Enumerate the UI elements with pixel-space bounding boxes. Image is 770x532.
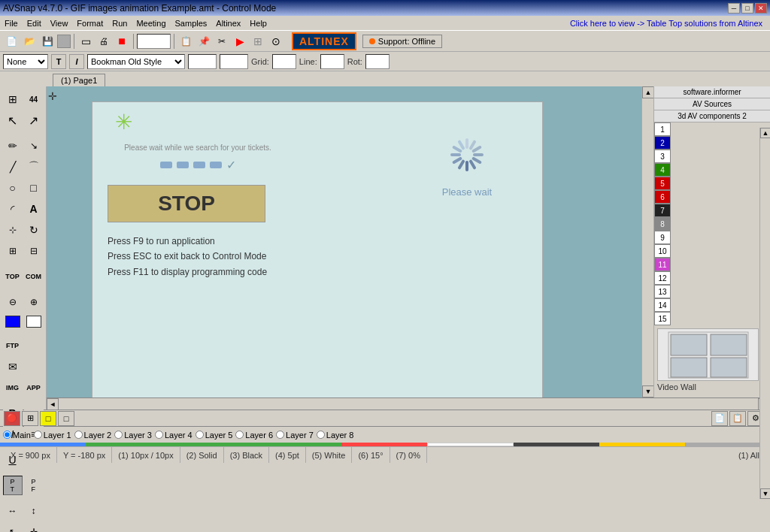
- group-button[interactable]: ⊞: [3, 241, 23, 261]
- layer-2[interactable]: Layer 2: [74, 431, 112, 440]
- scroll-down-button[interactable]: ▼: [642, 385, 653, 397]
- horizontal-scrollbar[interactable]: ◄ ►: [47, 397, 770, 410]
- rp-thumb-videowall-img[interactable]: [657, 328, 759, 381]
- page-canvas[interactable]: ✳ Please wait while we search for your t…: [92, 101, 543, 397]
- layer-4[interactable]: Layer 4: [155, 431, 192, 440]
- pt-button[interactable]: PT: [3, 476, 23, 495]
- layer-7-radio[interactable]: [276, 431, 284, 439]
- bi-icon-right-1[interactable]: 📄: [711, 411, 728, 426]
- open-button[interactable]: 📂: [21, 33, 38, 50]
- img-button[interactable]: IMG: [3, 378, 23, 397]
- hline-button[interactable]: ⊖: [3, 292, 23, 312]
- layer-3[interactable]: Layer 3: [114, 431, 152, 440]
- app-button[interactable]: APP: [24, 378, 44, 397]
- color-num-5[interactable]: 5: [654, 177, 671, 190]
- layer-8[interactable]: Layer 8: [317, 431, 354, 440]
- run-button[interactable]: ▶: [232, 33, 248, 50]
- select-arrow-button[interactable]: ↖: [3, 110, 23, 130]
- support-button[interactable]: Support: Offline: [362, 35, 442, 48]
- color-num-7[interactable]: 7: [654, 204, 671, 217]
- text-button[interactable]: A: [24, 199, 44, 219]
- color-num-13[interactable]: 13: [654, 285, 671, 298]
- color-num-3[interactable]: 3: [654, 150, 671, 163]
- lock-button[interactable]: ⊟: [24, 241, 44, 261]
- paste-button[interactable]: 📌: [196, 33, 212, 50]
- maximize-button[interactable]: □: [741, 3, 753, 14]
- color-num-11[interactable]: 11: [654, 258, 671, 271]
- menu-altinex[interactable]: Altinex: [211, 17, 245, 29]
- minimize-button[interactable]: ─: [728, 3, 740, 14]
- rotate-arrow-button[interactable]: ↗: [24, 110, 44, 130]
- snap-button[interactable]: 44: [24, 89, 44, 109]
- color-num-9[interactable]: 9: [654, 231, 671, 244]
- rect-button[interactable]: □: [24, 178, 44, 198]
- color-num-15[interactable]: 15: [654, 312, 671, 325]
- publish-button[interactable]: 🖨: [95, 33, 112, 50]
- pen-button[interactable]: ✏: [3, 136, 23, 156]
- altinex-promo-link[interactable]: Click here to view -> Table Top solution…: [570, 19, 762, 28]
- color-num-4[interactable]: 4: [654, 163, 671, 177]
- stop-button[interactable]: ⊞: [250, 33, 266, 50]
- layer-7[interactable]: Layer 7: [276, 431, 314, 440]
- scroll-track-v[interactable]: [642, 98, 653, 385]
- toolbar-icon-red[interactable]: ■: [114, 33, 130, 50]
- style-select[interactable]: None: [3, 54, 48, 69]
- grid-input[interactable]: 10: [272, 54, 296, 69]
- canvas-area[interactable]: ▲ ▼ ✛ ✳ Please wait while we search for …: [47, 86, 653, 397]
- vline-button[interactable]: ⊕: [24, 292, 44, 312]
- rp-scrollbar[interactable]: ▲ ▼: [759, 128, 770, 397]
- percent-input[interactable]: 0%: [220, 54, 248, 69]
- blank2-button[interactable]: [24, 357, 44, 376]
- rotate-sym-button[interactable]: ↻: [24, 220, 44, 240]
- move-v-button[interactable]: ↕: [24, 501, 44, 521]
- rp-thumb-videowall[interactable]: Video Wall: [657, 328, 759, 391]
- color-num-8[interactable]: 8: [654, 217, 671, 231]
- new-button[interactable]: 📄: [3, 33, 20, 50]
- layer-6-radio[interactable]: [235, 431, 244, 439]
- menu-help[interactable]: Help: [245, 17, 271, 29]
- pf-button[interactable]: PF: [24, 476, 44, 495]
- layer-8-radio[interactable]: [317, 431, 325, 439]
- layer-1[interactable]: Layer 1: [34, 431, 71, 440]
- menu-meeting[interactable]: Meeting: [132, 17, 170, 29]
- ftp-button[interactable]: FTP: [3, 336, 23, 355]
- bi-icon-right-2[interactable]: 📋: [729, 411, 746, 426]
- page-tab-1[interactable]: (1) Page1: [53, 74, 105, 86]
- font-size-input[interactable]: 16: [188, 54, 217, 69]
- move-plus-button[interactable]: ✛: [24, 522, 44, 532]
- ellipse-button[interactable]: ○: [3, 178, 23, 198]
- italic-button[interactable]: I: [69, 54, 84, 69]
- select2-button[interactable]: ↘: [24, 136, 44, 156]
- layer-2-radio[interactable]: [74, 431, 83, 439]
- bi-icon-1[interactable]: 🔴: [4, 411, 20, 426]
- rot-input[interactable]: 15: [365, 54, 390, 69]
- blank-button[interactable]: [24, 336, 44, 355]
- arc-button[interactable]: ◜: [3, 199, 23, 219]
- top-button[interactable]: TOP: [3, 267, 23, 286]
- cut-button[interactable]: ✂: [214, 33, 230, 50]
- vertical-scrollbar[interactable]: ▲ ▼: [641, 86, 653, 397]
- symbol-button[interactable]: ⊹: [3, 220, 23, 240]
- menu-run[interactable]: Run: [108, 17, 132, 29]
- move-tl-button[interactable]: ↖: [3, 522, 23, 532]
- bezier-button[interactable]: ⌒: [24, 157, 44, 177]
- color-num-12[interactable]: 12: [654, 271, 671, 285]
- layer-main[interactable]: Main: [3, 431, 31, 440]
- com-button[interactable]: COM: [24, 267, 44, 286]
- font-select[interactable]: Bookman Old Style: [87, 54, 185, 69]
- color-num-10[interactable]: 10: [654, 244, 671, 258]
- bi-icon-3[interactable]: □: [40, 411, 56, 426]
- menu-format[interactable]: Format: [72, 17, 108, 29]
- scroll-up-button[interactable]: ▲: [642, 86, 653, 98]
- record-button[interactable]: ⊙: [268, 33, 284, 50]
- rp-thumbnail-list[interactable]: Video Wall: [654, 325, 770, 397]
- menu-edit[interactable]: Edit: [23, 17, 46, 29]
- move-h-button[interactable]: ↔: [3, 501, 23, 521]
- layer-main-radio[interactable]: [3, 431, 11, 439]
- email-button[interactable]: ✉: [3, 357, 23, 376]
- layer-5[interactable]: Layer 5: [196, 431, 233, 440]
- grid-view-button[interactable]: ⊞: [3, 89, 23, 109]
- menu-view[interactable]: View: [46, 17, 73, 29]
- layer-6[interactable]: Layer 6: [235, 431, 273, 440]
- copy-button[interactable]: 📋: [177, 33, 194, 50]
